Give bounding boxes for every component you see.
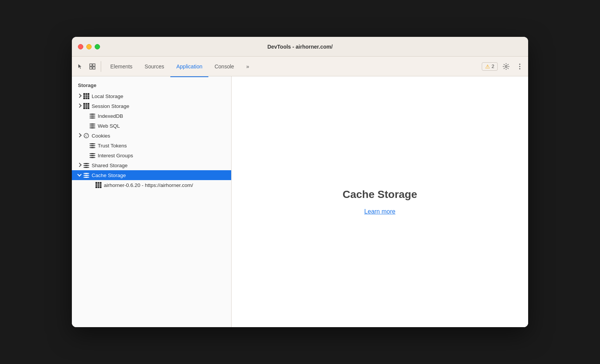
close-button[interactable] [78,44,83,49]
sidebar-item-trust-tokens[interactable]: Trust Tokens [72,141,231,150]
titlebar-title: DevTools - airhorner.com/ [267,44,333,50]
devtools-body: Storage Local Storage Sessi [72,76,528,327]
chevron-right-icon [77,103,81,108]
sidebar-item-shared-storage[interactable]: Shared Storage [72,160,231,170]
db-icon [89,152,95,158]
sidebar-item-label: Web SQL [98,123,120,129]
svg-point-4 [505,65,507,67]
svg-point-6 [519,66,521,67]
db-icon [83,172,89,178]
svg-point-7 [519,68,521,69]
svg-rect-3 [93,67,95,69]
sidebar-item-label: Session Storage [92,103,129,109]
warning-badge[interactable]: ⚠ 2 [482,62,498,71]
toolbar: Elements Sources Application Console » ⚠… [72,57,528,76]
svg-point-9 [85,135,86,136]
svg-point-8 [84,133,89,138]
page-title: Cache Storage [343,188,417,201]
sidebar-item-label: Cookies [92,133,110,139]
chevron-right-icon [77,133,81,137]
tab-more[interactable]: » [240,61,256,72]
sidebar-item-label: Shared Storage [92,163,128,168]
inspect-icon[interactable] [87,61,98,72]
main-content: Cache Storage Learn more [232,76,528,327]
sidebar-item-label: Interest Groups [98,153,133,158]
settings-icon[interactable] [501,61,511,72]
traffic-lights [78,44,100,49]
sidebar-item-cache-storage-entry[interactable]: airhorner-0.6.20 - https://airhorner.com… [72,180,231,190]
sidebar-item-label: Trust Tokens [98,143,127,149]
sidebar-item-local-storage[interactable]: Local Storage [72,91,231,101]
sidebar-item-label: airhorner-0.6.20 - https://airhorner.com… [104,182,193,188]
tab-bar: Elements Sources Application Console » [104,61,480,72]
svg-rect-1 [93,64,95,66]
sidebar: Storage Local Storage Sessi [72,76,232,327]
sidebar-item-label: Local Storage [92,93,123,99]
grid-icon [83,103,89,109]
minimize-button[interactable] [86,44,92,49]
sidebar-item-session-storage[interactable]: Session Storage [72,101,231,111]
db-icon [83,162,89,168]
svg-rect-0 [90,64,92,66]
db-icon [89,123,95,129]
sidebar-item-label: IndexedDB [98,113,123,119]
sidebar-item-interest-groups[interactable]: Interest Groups [72,150,231,160]
storage-section-label: Storage [72,81,231,91]
svg-point-11 [86,136,87,137]
sidebar-item-web-sql[interactable]: Web SQL [72,121,231,131]
learn-more-link[interactable]: Learn more [364,208,395,215]
svg-point-12 [84,136,85,137]
grid-icon [95,182,102,188]
devtools-window: DevTools - airhorner.com/ Elements Sourc… [72,37,528,327]
chevron-right-icon [77,163,81,167]
grid-icon [83,93,89,99]
tab-application[interactable]: Application [170,61,209,72]
sidebar-item-cache-storage[interactable]: Cache Storage [72,170,231,180]
chevron-down-icon [77,172,81,176]
cookie-icon [83,133,89,139]
svg-point-10 [87,135,87,135]
warning-icon: ⚠ [485,63,490,70]
sidebar-item-label: Cache Storage [92,173,126,178]
more-options-icon[interactable] [514,61,525,72]
toolbar-right: ⚠ 2 [482,61,525,72]
chevron-right-icon [77,93,81,98]
db-icon [89,113,95,119]
titlebar: DevTools - airhorner.com/ [72,37,528,57]
divider [101,61,101,72]
tab-console[interactable]: Console [208,61,240,72]
svg-rect-2 [90,67,92,69]
maximize-button[interactable] [95,44,100,49]
sidebar-item-indexeddb[interactable]: IndexedDB [72,111,231,121]
sidebar-item-cookies[interactable]: Cookies [72,131,231,141]
tab-elements[interactable]: Elements [104,61,138,72]
svg-point-5 [519,63,521,65]
tab-sources[interactable]: Sources [138,61,170,72]
cursor-icon[interactable] [75,61,86,72]
warning-count: 2 [492,63,494,69]
db-icon [89,142,95,149]
